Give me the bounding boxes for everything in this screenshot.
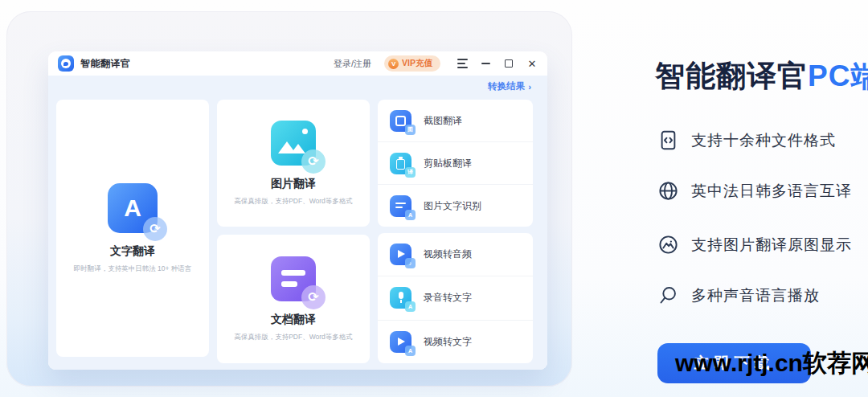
minimize-icon[interactable]	[480, 58, 491, 69]
photo-icon	[657, 234, 679, 256]
app-title: 智能翻译官	[80, 57, 131, 71]
feature-original-image: 支持图片翻译原图显示	[657, 234, 852, 256]
refresh-badge-icon	[301, 285, 326, 309]
tool-item-clipboard-translate[interactable]: 译 剪贴板翻译	[378, 141, 533, 184]
feature-label: 支持十余种文件格式	[691, 130, 836, 151]
card-picture-translate[interactable]: 图片翻译 高保真排版，支持PDF、Word等多格式	[217, 100, 370, 227]
feature-voice-playback: 多种声音语言播放	[657, 284, 820, 306]
icon-badge: A	[405, 210, 416, 220]
conversion-results-link[interactable]: 转换结果 ›	[488, 80, 531, 92]
menu-icon[interactable]	[457, 58, 468, 69]
video-to-text-icon: A	[390, 331, 411, 353]
card-text-translate[interactable]: A 文字翻译 即时翻译，支持英中日韩法 10+ 种语言	[56, 100, 209, 357]
titlebar: 智能翻译官 登录/注册 V VIP充值 ✕	[48, 51, 547, 76]
globe-icon	[657, 180, 679, 202]
tool-item-image-ocr[interactable]: A 图片文字识别	[378, 184, 533, 227]
tool-label: 视频转文字	[424, 335, 472, 349]
tool-label: 剪贴板翻译	[424, 157, 472, 170]
magnifier-icon	[657, 284, 679, 306]
tool-label: 截图翻译	[424, 114, 462, 128]
picture-translate-icon	[271, 121, 316, 166]
tool-list-top: 图 截图翻译 译 剪贴板翻译 A 图片文字识别	[378, 100, 533, 227]
card-title: 文字翻译	[110, 244, 155, 259]
text-translate-icon: A	[108, 183, 158, 233]
refresh-badge-icon	[301, 149, 326, 174]
tool-item-video-to-audio[interactable]: ♪ 视频转音频	[378, 233, 533, 276]
download-button[interactable]: 立即下载	[657, 343, 811, 383]
icon-badge: A	[405, 346, 416, 356]
document-translate-icon	[271, 256, 316, 301]
feature-label: 英中法日韩多语言互译	[691, 181, 852, 202]
hero-panel: 智能翻译官 登录/注册 V VIP充值 ✕ 转换结果 ›	[6, 11, 572, 387]
promo-title-accent: PC端	[808, 59, 868, 92]
tool-label: 视频转音频	[424, 248, 472, 261]
tool-label: 图片文字识别	[424, 199, 481, 213]
icon-badge: 图	[405, 125, 416, 135]
promo-title: 智能翻译官PC端	[655, 56, 868, 96]
card-title: 文档翻译	[271, 313, 316, 327]
app-logo-icon	[58, 55, 74, 72]
icon-badge: 译	[405, 167, 416, 178]
tool-label: 录音转文字	[424, 291, 472, 305]
card-subtitle: 高保真排版，支持PDF、Word等多格式	[234, 333, 353, 342]
clipboard-translate-icon: 译	[390, 153, 411, 174]
promo-title-main: 智能翻译官	[655, 59, 808, 92]
chevron-right-icon: ›	[528, 82, 531, 92]
maximize-icon[interactable]	[503, 58, 514, 69]
feature-label: 多种声音语言播放	[691, 285, 820, 306]
tool-item-screenshot-translate[interactable]: 图 截图翻译	[378, 100, 533, 141]
feature-languages: 英中法日韩多语言互译	[657, 180, 852, 202]
card-document-translate[interactable]: 文档翻译 高保真排版，支持PDF、Word等多格式	[217, 235, 370, 363]
titlebar-right: 登录/注册 V VIP充值 ✕	[334, 55, 538, 72]
file-code-icon	[657, 129, 679, 151]
feature-label: 支持图片翻译原图显示	[691, 235, 852, 256]
app-window: 智能翻译官 登录/注册 V VIP充值 ✕ 转换结果 ›	[48, 51, 547, 370]
image-ocr-icon: A	[390, 195, 411, 217]
card-subtitle: 高保真排版，支持PDF、Word等多格式	[234, 197, 353, 207]
audio-to-text-icon: A	[390, 287, 411, 309]
video-to-audio-icon: ♪	[390, 244, 411, 265]
card-title: 图片翻译	[271, 177, 316, 191]
icon-badge: ♪	[405, 258, 416, 268]
window-controls: ✕	[457, 58, 538, 69]
conversion-results-label: 转换结果	[488, 80, 525, 92]
refresh-badge-icon	[143, 217, 167, 241]
card-subtitle: 即时翻译，支持英中日韩法 10+ 种语言	[74, 264, 192, 274]
window-content: 转换结果 › A 文字翻译 即时翻译，支持英中日韩法 10+ 种语言 图片翻译	[48, 76, 547, 370]
login-register-link[interactable]: 登录/注册	[334, 58, 371, 70]
vip-label: VIP充值	[402, 58, 432, 69]
tool-item-audio-to-text[interactable]: A 录音转文字	[378, 276, 533, 319]
screenshot-translate-icon: 图	[390, 110, 411, 132]
vip-recharge-button[interactable]: V VIP充值	[384, 55, 440, 72]
feature-file-formats: 支持十余种文件格式	[657, 129, 836, 151]
vip-v-icon: V	[388, 59, 399, 69]
tool-list-bottom: ♪ 视频转音频 A 录音转文字 A 视频转文字	[378, 233, 533, 363]
tool-item-video-to-text[interactable]: A 视频转文字	[378, 320, 533, 363]
close-icon[interactable]: ✕	[526, 58, 538, 69]
icon-badge: A	[405, 301, 416, 312]
